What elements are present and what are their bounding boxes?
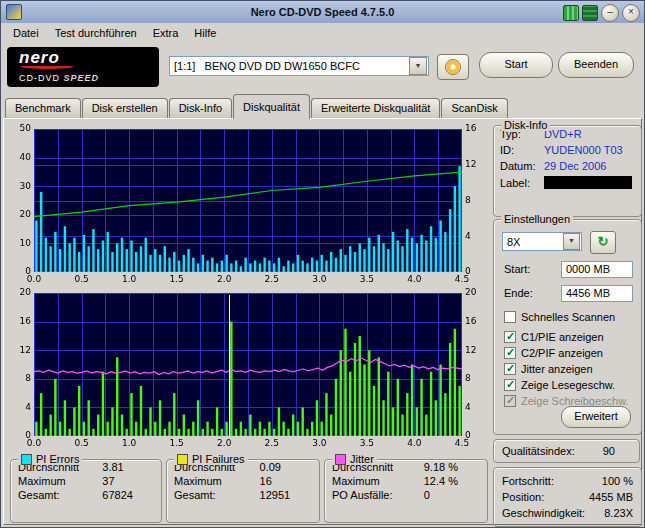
disk-info-group: Disk-Info Typ: DVD+R ID: YUDEN000 T03 Da… xyxy=(493,125,642,217)
speed-value: 8.23X xyxy=(604,507,633,519)
settings-group-title: Einstellungen xyxy=(501,213,573,225)
tab-benchmark[interactable]: Benchmark xyxy=(5,98,81,118)
start-position-input[interactable] xyxy=(561,261,633,278)
eject-button[interactable] xyxy=(437,54,469,80)
checkbox-c1-pie-anzeigen[interactable]: C1/PIE anzeigen xyxy=(504,330,604,344)
refresh-button[interactable]: ↻ xyxy=(590,231,616,254)
pi-failures-title: PI Failures xyxy=(192,453,245,465)
checkbox-box xyxy=(504,379,516,391)
progress-value: 100 % xyxy=(602,475,633,487)
menu-item-test-durchfuehren[interactable]: Test durchführen xyxy=(47,25,145,41)
cd-icon xyxy=(445,59,461,75)
disk-date-value: 29 Dec 2006 xyxy=(544,160,606,172)
drive-select-value: [1:1] BENQ DVD DD DW1650 BCFC xyxy=(170,60,408,72)
pi-errors-chart xyxy=(8,124,488,287)
speed-select[interactable]: 8X ▼ xyxy=(502,232,582,251)
position-value: 4455 MB xyxy=(589,491,633,503)
checkbox-c2-pif-anzeigen[interactable]: C2/PIF anzeigen xyxy=(504,346,603,360)
disk-info-group-title: Disk-Info xyxy=(501,119,550,131)
tabbar: Benchmark Disk erstellen Disk-Info Diskq… xyxy=(5,93,642,118)
speed-select-value: 8X xyxy=(503,236,562,248)
titlebar[interactable]: Nero CD-DVD Speed 4.7.5.0 – × xyxy=(1,1,644,23)
chevron-down-icon[interactable]: ▼ xyxy=(563,233,580,250)
jitter-legend-swatch xyxy=(335,454,346,465)
checkbox-box xyxy=(504,363,516,375)
minimize-button[interactable]: – xyxy=(601,4,619,22)
start-position-label: Start: xyxy=(504,263,530,275)
checkbox-box xyxy=(504,311,516,323)
tab-diskqualitaet[interactable]: Diskqualität xyxy=(233,94,310,119)
advanced-button[interactable]: Erweitert xyxy=(561,406,631,428)
pi-errors-legend-swatch xyxy=(21,454,32,465)
end-position-label: Ende: xyxy=(504,287,533,299)
progress-row: Fortschritt: 100 % xyxy=(494,468,641,489)
quality-index-panel: Qualitätsindex: 90 xyxy=(493,439,640,463)
nero-logo: nero CD-DVD SPEED xyxy=(7,47,159,87)
start-button[interactable]: Start xyxy=(479,52,553,78)
pi-errors-stats: PI Errors Durchschnitt3.81 Maximum37 Ges… xyxy=(10,459,162,523)
nero-brand-text: nero xyxy=(19,50,159,66)
jitter-title: Jitter xyxy=(350,453,374,465)
checkbox-box xyxy=(504,347,516,359)
checkbox-schnelles-scannen[interactable]: Schnelles Scannen xyxy=(504,310,615,324)
chart-icon[interactable] xyxy=(563,5,579,21)
disk-label-row: Label: xyxy=(494,174,641,191)
stat-row: Maximum16 xyxy=(167,474,319,488)
close-button[interactable]: × xyxy=(622,4,640,22)
jitter-stats: Jitter Durchschnitt9.18 % Maximum12.4 % … xyxy=(324,459,488,523)
pi-failures-chart xyxy=(8,288,488,451)
drive-select[interactable]: [1:1] BENQ DVD DD DW1650 BCFC ▼ xyxy=(169,56,429,76)
drive-icon[interactable] xyxy=(582,5,598,21)
menu-item-extra[interactable]: Extra xyxy=(145,25,187,41)
stat-row: Gesamt:67824 xyxy=(11,488,161,502)
position-row: Position: 4455 MB xyxy=(494,489,641,505)
stat-row: Maximum12.4 % xyxy=(325,474,487,488)
toolbar: nero CD-DVD SPEED [1:1] BENQ DVD DD DW16… xyxy=(1,43,644,91)
app-window: Nero CD-DVD Speed 4.7.5.0 – × Datei Test… xyxy=(0,0,645,528)
tab-disk-info[interactable]: Disk-Info xyxy=(169,98,232,118)
stat-row: PO Ausfälle:0 xyxy=(325,488,487,502)
chevron-down-icon[interactable]: ▼ xyxy=(409,57,427,75)
start-position-row: Start: xyxy=(504,260,633,278)
end-position-input[interactable] xyxy=(561,285,633,302)
menu-item-datei[interactable]: Datei xyxy=(5,25,47,41)
settings-group: Einstellungen 8X ▼ ↻ Start: Ende: Schnel… xyxy=(493,219,642,435)
disk-id-value: YUDEN000 T03 xyxy=(544,144,623,156)
stat-row: Gesamt:12951 xyxy=(167,488,319,502)
disk-date-row: Datum: 29 Dec 2006 xyxy=(494,158,641,174)
tab-scandisk[interactable]: ScanDisk xyxy=(441,98,507,118)
progress-panel: Fortschritt: 100 % Position: 4455 MB Ges… xyxy=(493,467,642,527)
checkbox-zeige-lesegeschw[interactable]: Zeige Lesegeschw. xyxy=(504,378,615,392)
quality-index-value: 90 xyxy=(603,445,631,457)
window-title: Nero CD-DVD Speed 4.7.5.0 xyxy=(1,6,644,18)
refresh-icon: ↻ xyxy=(598,234,609,249)
nero-product-text: CD-DVD SPEED xyxy=(19,73,99,83)
pi-failures-legend-swatch xyxy=(177,454,188,465)
menubar: Datei Test durchführen Extra Hilfe xyxy=(1,23,644,43)
end-position-row: Ende: xyxy=(504,284,633,302)
exit-button[interactable]: Beenden xyxy=(558,52,634,78)
pi-failures-stats: PI Failures Durchschnitt0.09 Maximum16 G… xyxy=(166,459,320,523)
stat-row: Maximum37 xyxy=(11,474,161,488)
disk-label-value-box xyxy=(544,176,632,189)
checkbox-jitter-anzeigen[interactable]: Jitter anzeigen xyxy=(504,362,593,376)
speed-row: Geschwindigkeit: 8.23X xyxy=(494,505,641,521)
menu-item-hilfe[interactable]: Hilfe xyxy=(186,25,224,41)
tab-erweiterte-diskqualitaet[interactable]: Erweiterte Diskqualität xyxy=(311,98,440,118)
disk-id-row: ID: YUDEN000 T03 xyxy=(494,142,641,158)
tab-disk-erstellen[interactable]: Disk erstellen xyxy=(82,98,168,118)
tab-page-diskqualitaet: Disk-Info Typ: DVD+R ID: YUDEN000 T03 Da… xyxy=(3,118,642,525)
pi-errors-title: PI Errors xyxy=(36,453,79,465)
checkbox-box xyxy=(504,395,516,407)
quality-index-label: Qualitätsindex: xyxy=(502,445,575,457)
checkbox-box xyxy=(504,331,516,343)
